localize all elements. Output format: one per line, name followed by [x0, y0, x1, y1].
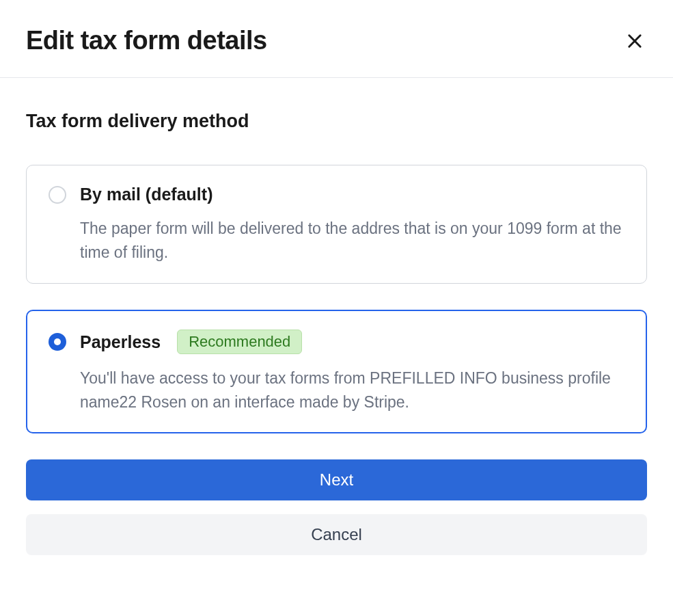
modal-header: Edit tax form details [0, 0, 673, 78]
radio-circle-paperless[interactable] [49, 333, 66, 351]
radio-option-mail[interactable]: By mail (default) The paper form will be… [26, 165, 647, 284]
radio-circle-mail[interactable] [49, 186, 66, 204]
radio-option-paperless-header: Paperless Recommended [49, 330, 624, 354]
radio-description-mail: The paper form will be delivered to the … [80, 217, 624, 264]
radio-description-paperless: You'll have access to your tax forms fro… [80, 366, 624, 414]
radio-option-paperless[interactable]: Paperless Recommended You'll have access… [26, 310, 647, 433]
modal-title: Edit tax form details [26, 26, 267, 55]
cancel-button[interactable]: Cancel [26, 514, 647, 555]
next-button[interactable]: Next [26, 459, 647, 500]
recommended-badge: Recommended [177, 330, 302, 354]
modal-body: Tax form delivery method By mail (defaul… [0, 78, 673, 581]
radio-label-paperless: Paperless [80, 332, 161, 352]
section-title: Tax form delivery method [26, 111, 647, 132]
radio-label-mail: By mail (default) [80, 185, 212, 204]
close-button[interactable] [622, 29, 647, 53]
radio-option-mail-header: By mail (default) [49, 185, 624, 204]
close-icon [625, 31, 644, 51]
